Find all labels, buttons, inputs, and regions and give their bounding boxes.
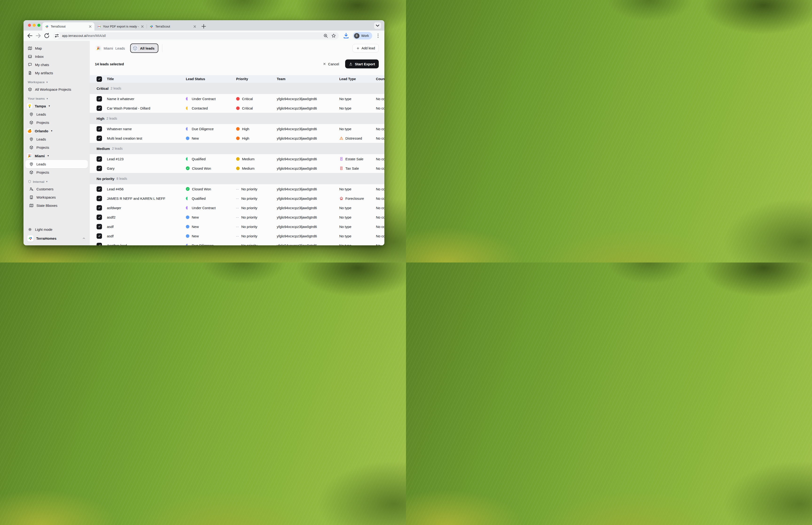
table-row[interactable]: Lead #123QualifiedMediumyfglo94xcxcpz3lj…	[90, 154, 384, 164]
address-bar[interactable]: app.terrascout.ai/team/MIA/all	[53, 32, 339, 40]
column-header-priority[interactable]: Priority	[236, 77, 277, 81]
column-header-title[interactable]: Title	[107, 77, 186, 81]
row-checkbox[interactable]	[96, 234, 102, 239]
sidebar-item-inbox[interactable]: Inbox	[25, 52, 88, 61]
row-checkbox[interactable]	[96, 156, 102, 162]
lead-title[interactable]: Another lead	[107, 243, 186, 245]
org-switcher[interactable]: TerraHomes	[25, 234, 88, 243]
sidebar: MapInboxMy chatsMy artifactsWorkspace▼Al…	[24, 41, 90, 245]
row-checkbox[interactable]	[96, 196, 102, 201]
tab-search-chevron-button[interactable]	[374, 22, 381, 29]
house-icon	[339, 196, 343, 200]
sidebar-section-label[interactable]: Workspace▼	[25, 80, 88, 84]
add-lead-button[interactable]: Add lead	[352, 44, 379, 52]
lead-title[interactable]: asdf	[107, 234, 186, 238]
row-checkbox[interactable]	[96, 126, 102, 132]
table-row[interactable]: Name it whateverUnder ContractCriticalyf…	[90, 94, 384, 103]
back-button[interactable]	[26, 32, 33, 39]
lead-title[interactable]: asdf2	[107, 215, 186, 219]
table-row[interactable]: asdfNew--No priorityyfglo94xcxcpz3ljaw0g…	[90, 231, 384, 241]
table-row[interactable]: JAMES R NEFF and KAREN L NEFFQualified--…	[90, 194, 384, 203]
table-row[interactable]: Lead #456Closed Won--No priorityyfglo94x…	[90, 184, 384, 194]
lead-title[interactable]: Gary	[107, 166, 186, 170]
sidebar-item-my-chats[interactable]: My chats	[25, 61, 88, 69]
row-checkbox[interactable]	[96, 76, 102, 82]
sidebar-item-map[interactable]: Map	[25, 44, 88, 52]
column-header-lead-type[interactable]: Lead Type	[339, 77, 376, 81]
sidebar-item-state-bboxes[interactable]: State Bboxes	[25, 201, 88, 210]
cancel-button[interactable]: Cancel	[323, 62, 339, 66]
column-header-coun[interactable]: Coun	[376, 77, 384, 81]
row-checkbox[interactable]	[96, 136, 102, 141]
row-checkbox[interactable]	[96, 106, 102, 111]
sidebar-item-leads[interactable]: Leads	[25, 110, 88, 118]
bookmark-star-icon[interactable]	[331, 33, 336, 39]
minimize-window-button[interactable]	[33, 24, 36, 27]
row-checkbox[interactable]	[96, 243, 102, 245]
tab-close-icon[interactable]	[193, 25, 197, 28]
sidebar-section-label[interactable]: Your teams▼	[25, 97, 88, 100]
sidebar-team-tampa[interactable]: 💡Tampa▼	[25, 102, 88, 110]
sidebar-item-label: Projects	[36, 170, 49, 174]
sidebar-item-my-artifacts[interactable]: My artifacts	[25, 69, 88, 77]
sidebar-item-workspaces[interactable]: Workspaces	[25, 193, 88, 201]
lead-title[interactable]: Car Wash Potential - Dillard	[107, 106, 186, 110]
lead-title[interactable]: JAMES R NEFF and KAREN L NEFF	[107, 196, 186, 200]
sidebar-team-orlando[interactable]: 🍊Orlando▼	[25, 127, 88, 135]
table-row[interactable]: GaryClosed WonMediumyfglo94xcxcpz3ljaw0g…	[90, 164, 384, 173]
sidebar-item-leads[interactable]: Leads	[25, 160, 88, 168]
sidebar-item-customers[interactable]: Customers	[25, 185, 88, 193]
row-checkbox[interactable]	[96, 166, 102, 171]
lead-title[interactable]: Lead #456	[107, 187, 186, 191]
table-row[interactable]: Another leadDue Diligence--No priorityyf…	[90, 241, 384, 245]
lead-title[interactable]: asfdwqer	[107, 206, 186, 210]
row-checkbox[interactable]	[96, 214, 102, 220]
breadcrumb-team[interactable]: Miami	[104, 46, 113, 50]
table-row[interactable]: Multi lead creation testNewHighyfglo94xc…	[90, 134, 384, 143]
browser-menu-icon[interactable]	[375, 33, 381, 39]
browser-tab[interactable]: Your PDF export is ready - Ja	[94, 22, 147, 31]
lead-title[interactable]: Lead #123	[107, 157, 186, 161]
breadcrumb-page[interactable]: Leads	[116, 46, 125, 50]
lead-title[interactable]: Multi lead creation test	[107, 136, 186, 140]
sidebar-item-light-mode[interactable]: Light mode	[25, 225, 88, 234]
sidebar-item-projects[interactable]: Projects	[25, 168, 88, 177]
browser-tab[interactable]: TerraScout	[147, 22, 199, 31]
sidebar-section-label[interactable]: Internal▼	[25, 180, 88, 183]
zoom-page-icon[interactable]	[323, 33, 328, 39]
browser-tab[interactable]: TerraScout	[42, 22, 94, 31]
tab-close-icon[interactable]	[88, 25, 92, 28]
new-tab-button[interactable]	[200, 23, 207, 30]
all-leads-view-pill[interactable]: All leads	[130, 44, 158, 53]
sidebar-item-projects[interactable]: Projects	[25, 118, 88, 127]
lead-title[interactable]: Name it whatever	[107, 97, 186, 101]
sidebar-item-all-workspace-projects[interactable]: All Workspace Projects	[25, 85, 88, 93]
forward-button[interactable]	[35, 32, 42, 39]
column-header-lead-status[interactable]: Lead Status	[186, 77, 236, 81]
table-row[interactable]: Whatever nameDue DiligenceHighyfglo94xcx…	[90, 124, 384, 134]
close-window-button[interactable]	[28, 24, 31, 27]
table-row[interactable]: asfdwqerUnder Contract--No priorityyfglo…	[90, 203, 384, 212]
table-row[interactable]: asdfNew--No priorityyfglo94xcxcpz3ljaw0g…	[90, 222, 384, 231]
sidebar-item-projects[interactable]: Projects	[25, 144, 88, 152]
breadcrumb[interactable]: 🎉 Miami Leads	[96, 45, 125, 51]
tab-close-icon[interactable]	[140, 25, 144, 28]
row-checkbox[interactable]	[96, 96, 102, 102]
zoom-window-button[interactable]	[37, 24, 41, 27]
sidebar-item-label: My artifacts	[35, 71, 53, 75]
lead-title[interactable]: Whatever name	[107, 127, 186, 131]
table-row[interactable]: asdf2New--No priorityyfglo94xcxcpz3ljaw0…	[90, 212, 384, 222]
column-header-team[interactable]: Team	[277, 77, 339, 81]
start-export-button[interactable]: Start Export	[345, 59, 379, 69]
row-checkbox[interactable]	[96, 186, 102, 192]
lead-title[interactable]: asdf	[107, 225, 186, 229]
profile-pill[interactable]: B Work	[353, 32, 372, 40]
sidebar-item-leads[interactable]: Leads	[25, 135, 88, 144]
downloads-icon[interactable]	[342, 32, 350, 39]
row-checkbox[interactable]	[96, 205, 102, 211]
sidebar-team-miami[interactable]: 🎉Miami▼	[25, 152, 88, 160]
row-checkbox[interactable]	[96, 224, 102, 229]
reload-button[interactable]	[43, 32, 50, 39]
table-row[interactable]: Car Wash Potential - DillardContactedCri…	[90, 103, 384, 113]
site-settings-icon[interactable]	[54, 33, 60, 39]
